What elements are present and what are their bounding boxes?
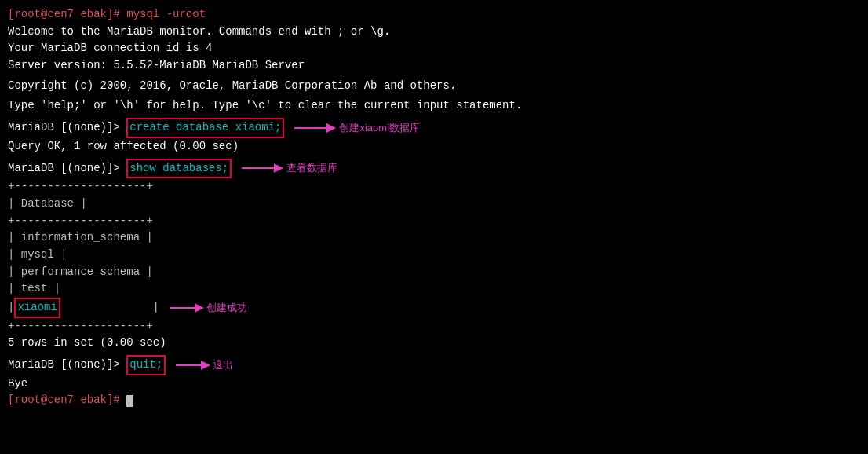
cmd-show-box: show databases;	[126, 159, 232, 179]
table-mid: +--------------------+	[8, 213, 860, 230]
table-top: +--------------------+	[8, 178, 860, 196]
table-top-border: +--------------------+	[8, 178, 153, 196]
prompt-red-1: [root@cen7 ebak]# mysql -uroot	[8, 6, 206, 24]
table-row-infoschema: | information_schema |	[8, 229, 860, 247]
text-queryok: Query OK, 1 row affected (0.00 sec)	[8, 138, 239, 156]
db-mysql: | mysql |	[8, 247, 67, 264]
text-serverversion: Server version: 5.5.52-MariaDB MariaDB S…	[8, 57, 305, 75]
db-infoschema: | information_schema |	[8, 229, 153, 247]
text-welcome: Welcome to the MariaDB monitor. Commands…	[8, 24, 390, 41]
text-rows: 5 rows in set (0.00 sec)	[8, 335, 166, 352]
table-row-mysql: | mysql |	[8, 247, 860, 264]
prompt-final: [root@cen7 ebak]#	[8, 392, 120, 409]
table-mid-border: +--------------------+	[8, 213, 153, 230]
annotation-xiaomi: 创建成功	[166, 300, 247, 316]
arrow-create-icon	[290, 120, 337, 136]
line-serverversion: Server version: 5.5.52-MariaDB MariaDB S…	[8, 57, 860, 75]
line-create: MariaDB [(none)]> create database xiaomi…	[8, 118, 860, 138]
text-help: Type 'help;' or '\h' for help. Type '\c'…	[8, 97, 522, 115]
pipe-left: |	[8, 299, 14, 317]
line-copyright: Copyright (c) 2000, 2016, Oracle, MariaD…	[8, 78, 860, 95]
terminal-window: [root@cen7 ebak]# mysql -uroot Welcome t…	[0, 0, 868, 416]
annotation-quit-text: 退出	[213, 357, 233, 373]
line-cmd1: [root@cen7 ebak]# mysql -uroot	[8, 6, 860, 24]
line-rows: 5 rows in set (0.00 sec)	[8, 335, 860, 352]
cmd-create-text: create database xiaomi;	[129, 121, 281, 134]
text-bye: Bye	[8, 375, 27, 393]
xiaomi-box: xiaomi	[14, 298, 60, 318]
line-connid: Your MariaDB connection id is 4	[8, 40, 860, 57]
table-header-text: | Database |	[8, 196, 87, 213]
annotation-xiaomi-text: 创建成功	[206, 300, 247, 316]
annotation-show-text: 查看数据库	[286, 160, 337, 176]
arrow-quit-icon	[172, 357, 211, 373]
line-welcome: Welcome to the MariaDB monitor. Commands…	[8, 24, 860, 41]
pipe-right: |	[60, 299, 159, 317]
annotation-create: 创建xiaomi数据库	[290, 120, 420, 136]
line-queryok: Query OK, 1 row affected (0.00 sec)	[8, 138, 860, 156]
db-test: | test |	[8, 280, 60, 298]
text-copyright: Copyright (c) 2000, 2016, Oracle, MariaD…	[8, 78, 456, 95]
cmd-create-box: create database xiaomi;	[126, 118, 284, 138]
cmd-show-text: show databases;	[129, 162, 228, 174]
table-bot: +--------------------+	[8, 318, 860, 335]
table-row-xiaomi: | xiaomi | 创建成功	[8, 298, 860, 318]
arrow-xiaomi-icon	[166, 300, 205, 316]
db-perfschema: | performance_schema |	[8, 264, 153, 281]
cmd-quit-box: quit;	[126, 355, 166, 375]
xiaomi-text: xiaomi	[17, 301, 57, 313]
line-bye: Bye	[8, 375, 860, 393]
text-connid: Your MariaDB connection id is 4	[8, 40, 212, 57]
annotation-quit: 退出	[172, 357, 233, 373]
table-bot-border: +--------------------+	[8, 318, 153, 335]
arrow-show-icon	[238, 160, 285, 176]
cmd-quit-text: quit;	[129, 358, 162, 371]
prompt-show: MariaDB [(none)]>	[8, 160, 120, 178]
table-header: | Database |	[8, 196, 860, 213]
line-quit: MariaDB [(none)]> quit; 退出	[8, 355, 860, 375]
line-final: [root@cen7 ebak]#	[8, 392, 860, 409]
table-row-perfschema: | performance_schema |	[8, 264, 860, 281]
prompt-create: MariaDB [(none)]>	[8, 119, 120, 137]
line-show: MariaDB [(none)]> show databases; 查看数据库	[8, 159, 860, 179]
terminal-cursor	[126, 395, 133, 407]
annotation-create-text: 创建xiaomi数据库	[339, 120, 420, 136]
annotation-show: 查看数据库	[238, 160, 337, 176]
table-row-test: | test |	[8, 280, 860, 298]
line-help: Type 'help;' or '\h' for help. Type '\c'…	[8, 97, 860, 115]
prompt-quit: MariaDB [(none)]>	[8, 357, 120, 374]
